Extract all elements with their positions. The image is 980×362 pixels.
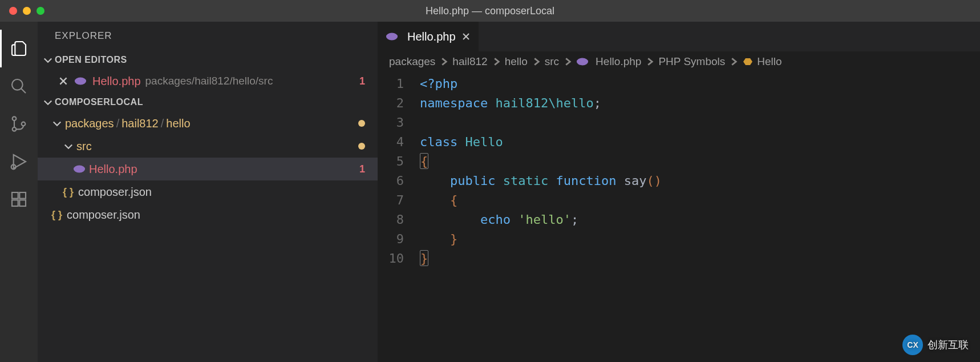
path-seg-packages: packages [65,117,114,130]
window-maximize-button[interactable] [37,7,44,15]
sidebar: EXPLORER OPEN EDITORS Hello.php packages… [38,22,378,362]
activity-search[interactable] [0,67,38,105]
modified-indicator-icon [358,143,365,150]
search-icon [10,77,28,95]
activity-source-control[interactable] [0,105,38,143]
tree-file-hello-php[interactable]: Hello.php 1 [38,158,378,180]
file-problem-count: 1 [359,163,365,175]
section-open-editors-label: OPEN EDITORS [55,55,127,65]
path-seg-hail812: hail812 [122,117,159,130]
svg-point-14 [74,166,85,173]
window-title: Hello.php — composerLocal [0,5,980,17]
open-editor-problem-count: 1 [359,75,365,87]
crumb-src[interactable]: src [545,55,559,68]
crumb-class[interactable]: Hello [742,55,781,68]
run-debug-icon [10,152,28,171]
section-workspace[interactable]: COMPOSERLOCAL [38,92,378,112]
editor-tabs: Hello.php [378,22,980,51]
path-seg-hello: hello [166,117,190,130]
open-editor-filename: Hello.php [92,75,141,88]
section-open-editors[interactable]: OPEN EDITORS [38,50,378,70]
watermark-text: 创新互联 [928,338,969,352]
open-editor-item[interactable]: Hello.php packages/hail812/hello/src 1 [38,70,378,92]
php-file-icon [74,77,87,86]
tree-file-inner-composer[interactable]: { } composer.json [38,180,378,203]
crumb-hail812[interactable]: hail812 [452,55,487,68]
editor-tab-label: Hello.php [407,30,456,43]
chevron-down-icon [42,54,54,66]
svg-point-2 [13,116,17,120]
close-icon[interactable] [58,76,68,86]
chevron-right-icon [492,58,500,66]
svg-point-4 [22,122,26,126]
window-close-button[interactable] [9,7,17,15]
chevron-down-icon [42,96,54,108]
tree-folder-src[interactable]: src [38,135,378,158]
close-icon[interactable] [461,32,471,41]
extensions-icon [10,190,28,208]
titlebar: Hello.php — composerLocal [0,0,980,22]
chevron-right-icon [730,58,738,66]
code-content[interactable]: <?phpnamespace hail812\hello; class Hell… [420,74,662,362]
tree-folder-packages-path[interactable]: packages / hail812 / hello [38,112,378,135]
svg-rect-7 [12,192,18,199]
svg-point-0 [12,79,23,90]
svg-rect-10 [19,200,26,206]
source-control-icon [10,115,28,133]
watermark: CX 创新互联 [902,335,969,355]
chevron-right-icon [532,58,540,66]
crumb-file[interactable]: Hello.php [576,55,641,68]
crumb-packages[interactable]: packages [389,55,435,68]
files-icon [10,39,28,58]
folder-src-label: src [76,140,92,153]
section-workspace-label: COMPOSERLOCAL [55,97,143,107]
modified-indicator-icon [358,120,365,127]
chevron-down-icon [51,118,63,129]
svg-point-18 [577,58,588,66]
activity-extensions[interactable] [0,180,38,218]
php-file-icon [386,32,398,41]
chevron-right-icon [440,58,448,66]
crumb-hello[interactable]: hello [505,55,528,68]
file-inner-composer-label: composer.json [78,186,152,199]
svg-point-15 [386,33,398,41]
chevron-right-icon [646,58,654,66]
php-file-icon [73,164,86,174]
activity-explorer[interactable] [0,30,38,67]
svg-rect-8 [19,192,26,199]
file-outer-composer-label: composer.json [67,208,140,222]
open-editor-filepath: packages/hail812/hello/src [145,75,273,87]
php-file-icon [576,57,589,66]
line-number-gutter: 1 2 3 4 5 6 7 8 9 10 [378,74,420,362]
breadcrumb: packages hail812 hello src Hello.php PHP… [378,51,980,72]
editor-tab-hello-php[interactable]: Hello.php [378,22,479,51]
window-minimize-button[interactable] [23,7,31,15]
chevron-right-icon [564,58,572,66]
editor-group: Hello.php packages hail812 hello src Hel… [378,22,980,362]
json-file-icon: { } [63,186,74,198]
activity-run-debug[interactable] [0,143,38,180]
svg-line-1 [21,89,26,93]
svg-point-3 [13,127,17,131]
crumb-php-symbols[interactable]: PHP Symbols [658,55,725,68]
svg-point-13 [75,78,86,85]
class-symbol-icon [742,57,754,66]
file-hello-php-label: Hello.php [89,163,137,176]
json-file-icon: { } [51,209,62,221]
code-editor[interactable]: 1 2 3 4 5 6 7 8 9 10 <?phpnamespace hail… [378,72,980,362]
sidebar-title: EXPLORER [38,22,378,50]
svg-rect-9 [12,200,18,206]
activity-bar [0,22,38,362]
watermark-logo-icon: CX [902,335,923,355]
tree-file-outer-composer[interactable]: { } composer.json [38,203,378,226]
chevron-down-icon [63,140,74,152]
